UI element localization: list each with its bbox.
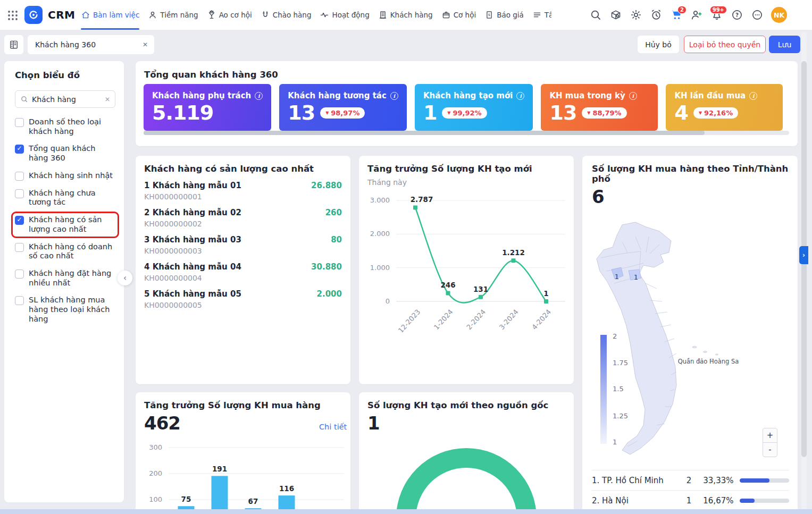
help-icon[interactable]: ? bbox=[731, 9, 743, 21]
close-tab-icon[interactable]: ✕ bbox=[143, 41, 148, 48]
settings-gear-icon[interactable] bbox=[630, 9, 642, 21]
legend-tick-labels: 2 1.75 1.5 1.25 1 bbox=[613, 332, 628, 446]
top-customers-card: Khách hàng có sản lượng cao nhất 1 Khách… bbox=[136, 156, 350, 384]
remove-permission-button[interactable]: Loại bỏ theo quyền bbox=[684, 36, 766, 53]
nav-tab-all[interactable]: Tất cả bbox=[532, 0, 551, 30]
svg-text:100: 100 bbox=[149, 495, 162, 503]
briefcase-icon bbox=[441, 10, 451, 20]
nav-actions: 2 99+ ? NK bbox=[589, 0, 787, 30]
customer-row: 3 Khách hàng mẫu 0380 KH0000000003 bbox=[144, 235, 342, 255]
detail-link[interactable]: Chi tiết bbox=[319, 423, 347, 431]
rank-bar bbox=[740, 499, 789, 503]
activity-icon bbox=[320, 10, 329, 20]
chart-checkbox-list: Doanh số theo loại khách hàng Tổng quan … bbox=[15, 117, 115, 324]
svg-text:116: 116 bbox=[279, 484, 294, 493]
bottom-horizontal-scrollbar[interactable] bbox=[0, 509, 812, 514]
checkbox[interactable] bbox=[15, 172, 24, 181]
nav-tab-activity[interactable]: Hoạt động bbox=[320, 0, 369, 30]
chart-option-sinh-nhat[interactable]: Khách hàng sinh nhật bbox=[15, 171, 115, 181]
checkbox[interactable] bbox=[15, 269, 24, 279]
svg-text:246: 246 bbox=[440, 281, 455, 289]
crm-dashboard: CRM Bàn làm việc Tiềm năng Ao cơ hội Chà… bbox=[0, 0, 812, 514]
nav-tab-offers[interactable]: Chào hàng bbox=[261, 0, 312, 30]
svg-text:75: 75 bbox=[181, 495, 191, 503]
nav-tabs: Bàn làm việc Tiềm năng Ao cơ hội Chào hà… bbox=[81, 0, 551, 30]
province-rank-row: 2. Hà Nội 1 16,67% bbox=[592, 490, 789, 510]
checkbox[interactable] bbox=[15, 145, 24, 154]
info-icon[interactable]: i bbox=[390, 92, 398, 100]
info-icon[interactable]: i bbox=[749, 92, 757, 100]
svg-text:1-2024: 1-2024 bbox=[432, 308, 455, 331]
info-icon[interactable]: i bbox=[516, 92, 524, 100]
svg-text:1.25: 1.25 bbox=[613, 412, 628, 420]
nav-tab-customers[interactable]: Khách hàng bbox=[378, 0, 433, 30]
dashboard-tab-label: Khách hàng 360 bbox=[35, 40, 96, 49]
svg-text:2.787: 2.787 bbox=[411, 195, 433, 204]
nav-tab-workspace[interactable]: Bàn làm việc bbox=[81, 0, 139, 30]
arrow-down-icon: ▼ bbox=[587, 111, 590, 115]
map-zoom-out-button[interactable]: - bbox=[763, 442, 777, 457]
search-icon[interactable] bbox=[589, 9, 602, 21]
user-icon bbox=[148, 10, 157, 20]
svg-text:?: ? bbox=[735, 12, 739, 18]
svg-text:$: $ bbox=[488, 13, 490, 17]
svg-text:300: 300 bbox=[149, 443, 162, 451]
bar-chart: 3002001007519167116 bbox=[136, 431, 350, 514]
app-launcher-icon[interactable] bbox=[6, 9, 19, 22]
top-nav: CRM Bàn làm việc Tiềm năng Ao cơ hội Chà… bbox=[0, 0, 812, 30]
cancel-button[interactable]: Hủy bỏ bbox=[638, 36, 679, 53]
checkbox[interactable] bbox=[15, 189, 24, 198]
panel-expand-button[interactable]: › bbox=[799, 246, 808, 264]
kpi-horizontal-scrollbar[interactable] bbox=[144, 131, 789, 135]
sidebar-search-input[interactable]: Khách hàng ✕ bbox=[15, 90, 115, 108]
crm-logo[interactable] bbox=[24, 6, 43, 24]
nav-tab-leads[interactable]: Tiềm năng bbox=[148, 0, 198, 30]
dashboard-list-button[interactable] bbox=[4, 35, 23, 54]
map-value-label-1: 1 bbox=[615, 273, 619, 281]
chart-option-doanh-so-cao-nhat[interactable]: Khách hàng có doanh số cao nhất bbox=[15, 242, 115, 261]
kpi-row: Khách hàng phụ tráchi 5.119▼ Khách hàng … bbox=[144, 84, 789, 131]
svg-text:12-2023: 12-2023 bbox=[397, 308, 422, 332]
notifications-badge: 99+ bbox=[710, 6, 727, 14]
menu-icon bbox=[532, 10, 542, 20]
add-user-icon[interactable] bbox=[690, 9, 703, 21]
nav-tab-deals[interactable]: Cơ hội bbox=[441, 0, 476, 30]
chart-option-dat-hang-nhieu-nhat[interactable]: Khách hàng đặt hàng nhiều nhất bbox=[15, 269, 115, 288]
chart-option-san-luong-cao-nhat[interactable]: Khách hàng có sản lượng cao nhất bbox=[15, 215, 115, 234]
package-search-icon[interactable] bbox=[609, 9, 622, 21]
map-total: 6 bbox=[592, 186, 798, 207]
customer-row: 1 Khách hàng mẫu 0126.880 KH0000000001 bbox=[144, 181, 342, 201]
svg-text:0: 0 bbox=[386, 297, 390, 305]
checkbox[interactable] bbox=[15, 296, 24, 305]
map-zoom-in-button[interactable]: + bbox=[763, 428, 777, 443]
cart-icon[interactable]: 2 bbox=[670, 9, 683, 21]
dashboard-tab-khach-hang-360[interactable]: Khách hàng 360 ✕ bbox=[28, 35, 154, 54]
checkbox[interactable] bbox=[15, 216, 24, 225]
svg-text:191: 191 bbox=[212, 465, 227, 473]
chart-option-doanh-so-theo-loai[interactable]: Doanh số theo loại khách hàng bbox=[15, 117, 115, 136]
more-icon[interactable] bbox=[751, 9, 764, 21]
map-title: Số lượng KH mua hàng theo Tỉnh/Thành phố bbox=[592, 164, 798, 184]
chart-option-sl-theo-loai[interactable]: SL khách hàng mua hàng theo loại khách h… bbox=[15, 296, 115, 324]
receipt-icon: $ bbox=[484, 10, 494, 20]
kpi-khach-hang-phu-trach: Khách hàng phụ tráchi 5.119▼ bbox=[144, 84, 271, 131]
sidebar-title: Chọn biểu đồ bbox=[15, 70, 115, 80]
info-icon[interactable]: i bbox=[629, 92, 637, 100]
checkbox[interactable] bbox=[15, 243, 24, 252]
nav-tab-opportunity-pool[interactable]: Ao cơ hội bbox=[207, 0, 252, 30]
user-avatar[interactable]: NK bbox=[771, 7, 787, 23]
customer-row: 2 Khách hàng mẫu 02260 KH0000000002 bbox=[144, 208, 342, 228]
save-button[interactable]: Lưu bbox=[769, 36, 800, 53]
info-icon[interactable]: i bbox=[255, 92, 263, 100]
checkbox[interactable] bbox=[15, 118, 24, 127]
chart-option-tong-quan-360[interactable]: Tổng quan khách hàng 360 bbox=[15, 144, 115, 163]
scrollbar-thumb[interactable] bbox=[144, 131, 705, 135]
nav-tab-quotes[interactable]: $ Báo giá bbox=[484, 0, 524, 30]
alarm-clock-icon[interactable] bbox=[650, 9, 663, 21]
bell-icon[interactable]: 99+ bbox=[710, 9, 723, 21]
svg-text:4-2024: 4-2024 bbox=[530, 308, 553, 331]
chart-option-chua-tuong-tac[interactable]: Khách hàng chưa tương tác bbox=[15, 189, 115, 207]
clear-search-icon[interactable]: ✕ bbox=[105, 96, 110, 103]
vietnam-map[interactable]: 1 1 Quần đảo Hoàng Sa 2 1.75 1.5 1.25 1 bbox=[590, 221, 790, 462]
sidebar-collapse-button[interactable]: ‹ bbox=[118, 271, 132, 285]
